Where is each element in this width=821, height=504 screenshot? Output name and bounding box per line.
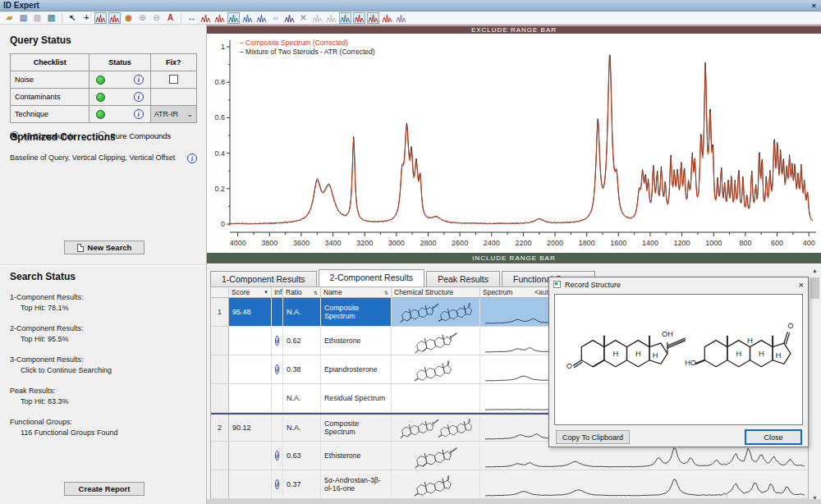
red-view3-icon[interactable] bbox=[381, 12, 393, 24]
check-label: Noise bbox=[11, 71, 89, 89]
copy-icon[interactable]: ▤ bbox=[17, 12, 30, 24]
ir-spectrum-chart[interactable]: 00.20.40.60.8140003800360034003200300028… bbox=[209, 34, 819, 252]
bars2-view-icon[interactable] bbox=[255, 12, 268, 24]
svg-text:800: 800 bbox=[739, 239, 751, 247]
dialog-titlebar[interactable]: Record Structure × bbox=[549, 277, 808, 291]
report-view-icon[interactable] bbox=[395, 12, 407, 24]
record-structure-dialog: Record Structure × OHOHHHOHOHHHH Copy To… bbox=[548, 277, 809, 447]
fix-cell bbox=[150, 71, 196, 89]
sort-filter-icon[interactable]: ⇅ bbox=[384, 290, 388, 296]
search-status-item[interactable]: 1-Component Results:Top Hit: 78.1% bbox=[10, 292, 197, 314]
status-info-icon[interactable]: i bbox=[134, 75, 144, 85]
scrollbar-thumb[interactable] bbox=[810, 277, 819, 299]
svg-text:2800: 2800 bbox=[420, 239, 436, 247]
include-range-bar[interactable]: INCLUDE RANGE BAR bbox=[207, 253, 821, 263]
bars-view-icon[interactable] bbox=[241, 12, 254, 24]
create-report-button[interactable]: Create Report bbox=[64, 482, 144, 496]
close-button[interactable]: Close bbox=[745, 429, 802, 445]
name-cell: 5α-Androstan-3β-ol-16-one bbox=[321, 470, 392, 498]
pan-hand-icon[interactable]: ◉ bbox=[122, 12, 135, 24]
red-view2-icon[interactable] bbox=[367, 12, 379, 24]
status-info-icon[interactable]: i bbox=[134, 109, 144, 119]
query-status-section: Query Status Checklist Status Fix? Noise… bbox=[10, 34, 197, 140]
row-info-icon[interactable]: i bbox=[275, 451, 279, 460]
row-info-icon[interactable]: i bbox=[275, 479, 279, 489]
tab-1-component-results[interactable]: 1-Component Results bbox=[210, 271, 317, 286]
ratio-cell: 0.38 bbox=[283, 355, 321, 383]
legend-entry: – Composite Spectrum (Corrected) bbox=[240, 39, 375, 48]
expand-x-icon[interactable]: ↔ bbox=[186, 12, 198, 24]
tab-2-component-results[interactable]: 2-Component Results bbox=[319, 269, 425, 286]
svg-text:0.8: 0.8 bbox=[214, 78, 225, 86]
header-name[interactable]: Name⇅ bbox=[321, 287, 392, 298]
vertical-scrollbar[interactable]: ▲ ▼ bbox=[809, 264, 821, 504]
histogram-icon[interactable] bbox=[283, 12, 296, 24]
name-cell: Composite Spectrum bbox=[321, 415, 392, 441]
spectrum-thumbnail bbox=[480, 470, 808, 498]
row-info-icon[interactable]: i bbox=[275, 336, 279, 346]
cursor-icon[interactable]: ↖ bbox=[67, 12, 79, 24]
zoom-in-icon: ⊕ bbox=[136, 12, 149, 24]
svg-text:H: H bbox=[653, 351, 658, 360]
search-status-item[interactable]: 2-Component Results:Top Hit: 95.5% bbox=[10, 323, 197, 345]
find-peaks-icon[interactable] bbox=[200, 12, 212, 24]
row-info-icon[interactable]: i bbox=[275, 364, 279, 374]
new-search-button[interactable]: New Search bbox=[64, 241, 144, 254]
svg-text:OH: OH bbox=[662, 330, 673, 338]
red-view1-icon[interactable] bbox=[353, 12, 365, 24]
item-value: Click to Continue Searching bbox=[10, 365, 197, 376]
search-status-item[interactable]: 3-Component Results:Click to Continue Se… bbox=[10, 355, 197, 376]
scroll-up-icon[interactable]: ▲ bbox=[809, 264, 821, 277]
search-status-item[interactable]: Peak Results:Top Hit: 83.3% bbox=[10, 386, 197, 407]
stack-view-icon[interactable] bbox=[227, 12, 240, 24]
exclude-range-bar[interactable]: EXCLUDE RANGE BAR bbox=[207, 25, 821, 34]
info-cell bbox=[272, 384, 283, 412]
dialog-close-icon[interactable]: × bbox=[799, 280, 804, 290]
svg-text:2600: 2600 bbox=[452, 239, 468, 247]
sep1 bbox=[58, 13, 62, 23]
optimized-corrections-text: Baseline of Query, Vertical Clipping, Ve… bbox=[10, 153, 175, 163]
image-icon[interactable]: ▨ bbox=[45, 12, 57, 24]
score-cell bbox=[229, 355, 272, 383]
status-ok-icon bbox=[96, 110, 105, 119]
svg-text:1000: 1000 bbox=[705, 239, 722, 247]
copy-to-clipboard-button[interactable]: Copy To Clipboard bbox=[556, 430, 630, 444]
sort-filter-icon[interactable]: ⇅ bbox=[314, 290, 318, 296]
svg-text:H: H bbox=[612, 350, 618, 358]
spectrum-box-icon[interactable] bbox=[108, 12, 121, 24]
header-score[interactable]: Score▼ bbox=[229, 287, 272, 298]
corrections-info-icon[interactable]: i bbox=[187, 153, 197, 163]
item-title: Functional Groups: bbox=[10, 417, 197, 428]
header-ratio[interactable]: Ratio⇅ bbox=[283, 287, 321, 298]
chevron-down-icon: ⌄ bbox=[186, 110, 193, 118]
tab-peak-results[interactable]: Peak Results bbox=[426, 271, 500, 286]
table-row[interactable]: i0.375α-Androstan-3β-ol-16-one bbox=[211, 470, 808, 499]
status-ok-icon bbox=[96, 93, 105, 102]
name-cell: Residual Spectrum bbox=[321, 384, 392, 412]
header-info[interactable]: Info bbox=[272, 287, 283, 298]
annotate-icon[interactable]: A bbox=[164, 12, 177, 24]
svg-text:600: 600 bbox=[771, 239, 783, 247]
search-status-item[interactable]: Functional Groups:116 Functional Groups … bbox=[10, 417, 197, 438]
window-bottom-edge bbox=[207, 499, 821, 504]
peaks-overlay-icon[interactable] bbox=[213, 12, 226, 24]
svg-text:2000: 2000 bbox=[547, 239, 563, 247]
technique-dropdown[interactable]: ATR-IR⌄ bbox=[151, 106, 196, 122]
fix-checkbox[interactable] bbox=[169, 75, 178, 84]
query-status-table: Checklist Status Fix? NoiseiContaminants… bbox=[10, 53, 197, 123]
search-status-heading: Search Status bbox=[10, 271, 197, 282]
spectrum-view-icon[interactable] bbox=[94, 12, 107, 24]
overlay-view-icon[interactable] bbox=[339, 12, 351, 24]
status-info-icon[interactable]: i bbox=[134, 92, 144, 102]
svg-text:O: O bbox=[566, 362, 572, 370]
chemical-structure-thumbnail bbox=[392, 415, 480, 441]
sort-filter-icon[interactable]: ▼ bbox=[264, 290, 268, 295]
header-rowhead[interactable] bbox=[211, 287, 229, 298]
window-close-icon[interactable]: × bbox=[812, 2, 816, 10]
crosshair-icon[interactable]: + bbox=[80, 12, 93, 24]
query-status-heading: Query Status bbox=[10, 34, 197, 46]
check-label: Technique bbox=[11, 106, 89, 123]
open-icon[interactable]: ▰ bbox=[3, 12, 16, 24]
header-chemical-structure[interactable]: Chemical Structure bbox=[392, 287, 480, 298]
arrows-view-icon[interactable]: ⇔ bbox=[269, 12, 282, 24]
